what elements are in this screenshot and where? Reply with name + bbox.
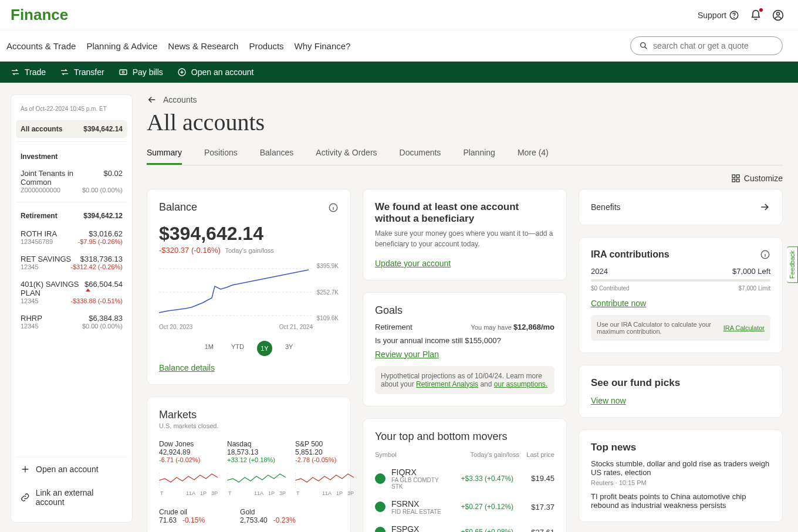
account-row[interactable]: RHRP$6,384.8312345$0.00 (0.00%) bbox=[16, 309, 127, 334]
goals-may-have: You may have $12,868/mo bbox=[471, 323, 554, 333]
sparkline bbox=[159, 466, 218, 489]
mover-row[interactable]: FIQRXFA GLB COMDTY STK+$3.33 (+0.47%)$19… bbox=[375, 463, 554, 494]
mover-row[interactable]: FSRNXFID REAL ESTATE+$0.27 (+0.12%)$17.3… bbox=[375, 494, 554, 520]
movers-col-symbol: Symbol bbox=[375, 451, 397, 458]
news-item[interactable]: TI profit beats points to China automoti… bbox=[591, 492, 770, 510]
index-nasdaq[interactable]: Nasdaq18,573.13+33.12 (+0.18%)T11A1P3P bbox=[227, 440, 286, 496]
fund-picks-title: See our fund picks bbox=[591, 377, 770, 389]
plus-circle-icon bbox=[177, 67, 187, 77]
search-box[interactable] bbox=[630, 36, 783, 55]
mover-subtitle: FID REAL ESTATE bbox=[391, 509, 443, 515]
brand-logo[interactable]: Finance bbox=[11, 6, 68, 24]
commodity-value: 71.63 bbox=[159, 516, 177, 524]
asof-text: As of Oct-22-2024 10:45 p.m. ET bbox=[16, 103, 127, 114]
commodity-crude-oil[interactable]: Crude oil71.63 -0.15% bbox=[159, 508, 205, 524]
tab-balances[interactable]: Balances bbox=[260, 142, 294, 165]
account-balance: $66,504.54 bbox=[84, 280, 123, 297]
tab-more-[interactable]: More (4) bbox=[518, 142, 549, 165]
ylabel-mid: $252.7K bbox=[317, 289, 339, 296]
mover-dot-icon bbox=[375, 501, 386, 512]
range-3y[interactable]: 3Y bbox=[280, 341, 297, 356]
tab-summary[interactable]: Summary bbox=[147, 142, 182, 165]
notifications-icon[interactable] bbox=[750, 9, 762, 21]
customize-button[interactable]: Customize bbox=[731, 174, 783, 183]
nav-item-3[interactable]: Products bbox=[249, 38, 283, 55]
transfer-action[interactable]: Transfer bbox=[60, 67, 104, 77]
svg-point-3 bbox=[777, 12, 780, 15]
movers-col-gl: Today's gain/loss bbox=[455, 451, 519, 458]
link-account-label: Link an external account bbox=[36, 488, 123, 507]
ylabel-high: $395.9K bbox=[317, 263, 339, 269]
nav-item-2[interactable]: News & Research bbox=[168, 38, 238, 55]
ira-calculator-link[interactable]: IRA Calculator bbox=[723, 324, 765, 331]
goals-card: Goals Retirement You may have $12,868/mo… bbox=[363, 292, 567, 406]
account-row[interactable]: RET SAVINGS$318,736.1312345-$312.42 (-0.… bbox=[16, 250, 127, 275]
range-1y[interactable]: 1Y bbox=[257, 341, 272, 356]
transfer-icon bbox=[60, 67, 69, 77]
update-account-link[interactable]: Update your account bbox=[375, 259, 451, 268]
profile-icon[interactable] bbox=[772, 9, 784, 21]
account-name: RET SAVINGS bbox=[21, 255, 71, 263]
markets-title: Markets bbox=[159, 409, 339, 421]
back-link[interactable]: Accounts bbox=[147, 94, 783, 105]
commodity-change: -0.23% bbox=[273, 516, 296, 524]
benefits-card[interactable]: Benefits bbox=[579, 189, 783, 225]
svg-rect-11 bbox=[736, 179, 739, 182]
info-icon[interactable] bbox=[760, 249, 770, 260]
search-input[interactable] bbox=[653, 41, 774, 50]
open-account-sidebar[interactable]: Open an account bbox=[16, 458, 127, 481]
retirement-total: $394,642.12 bbox=[83, 212, 123, 220]
account-row[interactable]: Joint Tenants in Common$0.02Z0000000000$… bbox=[16, 164, 127, 198]
svg-rect-9 bbox=[736, 175, 739, 178]
commodity-gold[interactable]: Gold2,753.40 -0.23% bbox=[240, 508, 296, 524]
commodity-name: Crude oil bbox=[159, 508, 205, 516]
contribute-now-link[interactable]: Contribute now bbox=[591, 299, 646, 308]
customize-label: Customize bbox=[744, 174, 783, 183]
index-value: 18,573.13 bbox=[227, 448, 286, 456]
account-row[interactable]: ROTH IRA$3,016.62123456789-$7.95 (-0.26%… bbox=[16, 225, 127, 250]
grid-icon bbox=[731, 174, 740, 183]
tab-planning[interactable]: Planning bbox=[463, 142, 495, 165]
review-plan-link[interactable]: Review your Plan bbox=[375, 350, 439, 359]
tab-positions[interactable]: Positions bbox=[204, 142, 238, 165]
paybills-action[interactable]: Pay bills bbox=[119, 67, 163, 77]
range-1m[interactable]: 1M bbox=[200, 341, 218, 356]
news-headline: Stocks stumble, dollar and gold rise as … bbox=[591, 459, 770, 477]
sidebar-all-accounts[interactable]: All accounts $394,642.14 bbox=[16, 120, 127, 138]
link-account-sidebar[interactable]: Link an external account bbox=[16, 481, 127, 514]
news-item[interactable]: Stocks stumble, dollar and gold rise as … bbox=[591, 459, 770, 486]
trade-action[interactable]: Trade bbox=[11, 67, 46, 77]
info-icon[interactable] bbox=[328, 202, 339, 213]
movers-card: Your top and bottom movers Symbol Today'… bbox=[363, 418, 567, 533]
account-row[interactable]: 401(K) SAVINGS PLAN$66,504.5412345-$338.… bbox=[16, 275, 127, 309]
tab-documents[interactable]: Documents bbox=[400, 142, 441, 165]
nav-item-0[interactable]: Accounts & Trade bbox=[6, 38, 76, 55]
balance-chart: $395.9K $252.7K $109.6K bbox=[159, 263, 339, 321]
svg-point-4 bbox=[641, 43, 645, 48]
retirement-analysis-link[interactable]: Retirement Analysis bbox=[416, 380, 478, 388]
open-account-action[interactable]: Open an account bbox=[177, 67, 254, 77]
account-change: $0.00 (0.00%) bbox=[82, 323, 123, 330]
tab-activity-orders[interactable]: Activity & Orders bbox=[316, 142, 377, 165]
index-s&p-500[interactable]: S&P 5005,851.20-2.78 (-0.05%)T11A1P3P bbox=[295, 440, 354, 496]
balance-amount: $394,642.14 bbox=[159, 223, 339, 245]
assumptions-link[interactable]: our assumptions. bbox=[494, 380, 547, 388]
nav-item-1[interactable]: Planning & Advice bbox=[86, 38, 157, 55]
index-value: 5,851.20 bbox=[295, 448, 354, 456]
notification-dot bbox=[759, 8, 763, 12]
commodity-value: 2,753.40 bbox=[240, 516, 268, 524]
feedback-tab[interactable]: Feedback bbox=[787, 246, 798, 283]
mover-gainloss: +$3.33 (+0.47%) bbox=[449, 475, 513, 483]
support-link[interactable]: Support bbox=[698, 10, 739, 21]
view-now-link[interactable]: View now bbox=[591, 396, 626, 405]
sparkline bbox=[227, 466, 286, 489]
balance-details-link[interactable]: Balance details bbox=[159, 363, 215, 372]
paybills-label: Pay bills bbox=[133, 67, 163, 77]
mover-row[interactable]: FSPGXFID LG CAP GR+$0.65 (+0.08%)$37.61 bbox=[375, 520, 554, 533]
account-name: Joint Tenants in Common bbox=[21, 169, 103, 187]
nav-item-4[interactable]: Why Finance? bbox=[295, 38, 351, 55]
range-ytd[interactable]: YTD bbox=[226, 341, 249, 356]
ira-contributed: $0 Contributed bbox=[591, 285, 630, 292]
svg-rect-10 bbox=[732, 179, 735, 182]
index-dow-jones[interactable]: Dow Jones42,924.89-6.71 (-0.02%)T11A1P3P bbox=[159, 440, 218, 496]
